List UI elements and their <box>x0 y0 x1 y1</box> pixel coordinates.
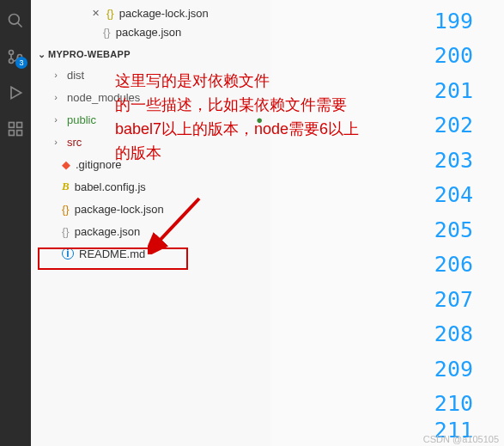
watermark: CSDN @a105105 <box>423 434 499 444</box>
svg-point-2 <box>9 51 14 55</box>
editor-filename: package-lock.json <box>119 7 209 20</box>
source-control-icon[interactable]: 3 <box>5 46 26 67</box>
json-icon: {} <box>103 26 111 39</box>
svg-line-10 <box>156 199 199 244</box>
svg-rect-9 <box>17 131 22 136</box>
extensions-icon[interactable] <box>5 119 26 139</box>
svg-rect-6 <box>9 123 15 128</box>
svg-rect-7 <box>17 123 22 128</box>
json-icon: {} <box>106 7 114 20</box>
workspace-folder-header[interactable]: ⌄ MYPRO-WEBAPP <box>31 45 271 64</box>
debug-icon[interactable] <box>5 82 26 103</box>
close-icon[interactable]: ✕ <box>89 8 101 19</box>
activity-bar: 3 <box>0 0 31 446</box>
open-editors: ✕ {} package-lock.json {} package.json <box>31 0 271 45</box>
json-icon: {} <box>62 203 70 216</box>
open-editor-row[interactable]: {} package.json <box>31 22 271 41</box>
open-editor-row[interactable]: ✕ {} package-lock.json <box>31 3 271 22</box>
folder-name: public <box>67 113 96 126</box>
editor-line-numbers: 199 200 201 202 203 204 205 206 207 208 … <box>434 3 473 421</box>
annotation-text: 这里写的是对依赖文件 的一些描述，比如某依赖文件需要 babel7以上的版本，n… <box>115 69 458 165</box>
workspace-name: MYPRO-WEBAPP <box>48 49 131 59</box>
file-name: babel.config.js <box>75 180 146 193</box>
chevron-right-icon: › <box>50 137 62 147</box>
babel-icon: B <box>62 180 70 193</box>
annotation-arrow-icon <box>148 194 208 254</box>
svg-point-3 <box>9 59 14 64</box>
svg-point-0 <box>9 15 20 25</box>
editor-filename: package.json <box>116 26 182 39</box>
file-name: package.json <box>75 225 141 238</box>
chevron-right-icon: › <box>50 70 62 80</box>
svg-marker-5 <box>11 87 21 98</box>
svg-line-1 <box>18 23 22 27</box>
chevron-right-icon: › <box>50 92 62 102</box>
chevron-down-icon: ⌄ <box>36 49 48 60</box>
chevron-right-icon: › <box>50 114 62 125</box>
svg-rect-8 <box>9 131 15 136</box>
json-icon: {} <box>62 225 70 238</box>
folder-name: dist <box>67 69 84 82</box>
git-icon: ◆ <box>62 158 70 171</box>
folder-name: src <box>67 136 82 149</box>
search-icon[interactable] <box>5 10 26 31</box>
scm-badge: 3 <box>15 57 27 69</box>
